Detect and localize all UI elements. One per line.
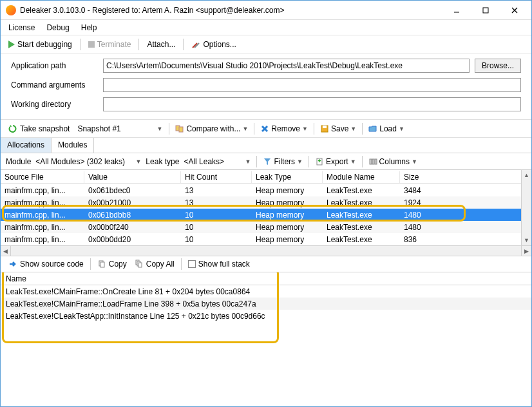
arrow-right-icon — [8, 260, 17, 269]
stack-header: Name — [1, 272, 531, 285]
col-leak-type[interactable]: Leak Type — [252, 171, 323, 183]
table-row[interactable]: mainfrm.cpp, lin...0x00b2100013Heap memo… — [1, 196, 531, 209]
col-source-file[interactable]: Source File — [1, 171, 84, 183]
show-source-button[interactable]: Show source code — [6, 258, 86, 270]
table-row[interactable]: mainfrm.cpp, lin...0x061bdbb810Heap memo… — [1, 209, 531, 221]
snapshot-toolbar: Take snapshot Snapshot #1 ▼ Compare with… — [1, 120, 531, 138]
filter-toolbar: Module <All Modules> (302 leaks)▼ Leak t… — [1, 153, 531, 170]
browse-button[interactable]: Browse... — [475, 59, 521, 73]
filters-button[interactable]: Filters▼ — [261, 156, 305, 167]
target-form: Application path Browse... Command argum… — [1, 53, 531, 120]
separator — [138, 39, 139, 50]
save-icon — [320, 124, 329, 133]
remove-icon — [260, 124, 269, 133]
minimize-button[interactable] — [442, 1, 471, 19]
stack-row[interactable]: LeakTest.exe!CMainFrame::LoadFrame Line … — [1, 298, 531, 310]
table-row[interactable]: mainfrm.cpp, lin...0x061bdec013Heap memo… — [1, 184, 531, 196]
scroll-down-icon[interactable]: ▼ — [522, 235, 531, 245]
stack-pane: Name LeakTest.exe!CMainFrame::OnCreate L… — [1, 272, 531, 406]
svg-rect-20 — [138, 263, 142, 267]
export-button[interactable]: Export▼ — [313, 156, 358, 167]
take-snapshot-button[interactable]: Take snapshot — [6, 123, 72, 135]
vertical-scrollbar[interactable]: ▲ ▼ — [521, 170, 531, 245]
copy-all-button[interactable]: Copy All — [132, 258, 177, 270]
separator — [80, 39, 81, 50]
attach-button[interactable]: Attach... — [144, 39, 178, 50]
stop-icon — [88, 41, 95, 48]
window-title: Deleaker 3.0.103.0 - Registered to: Arte… — [20, 6, 442, 15]
svg-rect-14 — [372, 159, 374, 164]
options-icon — [191, 40, 200, 49]
compare-button[interactable]: Compare with...▼ — [173, 123, 250, 135]
stack-row[interactable]: LeakTest.exe!CMainFrame::OnCreate Line 8… — [1, 285, 531, 298]
copy-all-icon — [135, 260, 144, 269]
chevron-down-icon: ▼ — [157, 126, 162, 132]
close-button[interactable] — [500, 1, 529, 19]
cmd-args-input[interactable] — [103, 78, 521, 92]
app-path-input[interactable] — [103, 59, 470, 73]
copy-button[interactable]: Copy — [95, 258, 129, 270]
col-name[interactable]: Name — [6, 274, 26, 283]
titlebar: Deleaker 3.0.103.0 - Registered to: Arte… — [1, 1, 531, 20]
workdir-input[interactable] — [103, 97, 521, 111]
result-tabs: Allocations Modules — [1, 138, 531, 153]
app-window: Deleaker 3.0.103.0 - Registered to: Arte… — [0, 0, 532, 407]
stack-body: LeakTest.exe!CMainFrame::OnCreate Line 8… — [1, 285, 531, 406]
table-header: Source File Value Hit Count Leak Type Mo… — [1, 170, 531, 184]
compare-icon — [175, 124, 184, 133]
tab-allocations[interactable]: Allocations — [1, 138, 52, 153]
remove-button[interactable]: Remove▼ — [258, 123, 310, 135]
svg-rect-17 — [100, 262, 104, 267]
svg-rect-11 — [323, 126, 327, 128]
col-size[interactable]: Size — [400, 171, 531, 183]
load-icon — [368, 124, 377, 133]
table-row[interactable]: mainfrm.cpp, lin...0x00b0f24010Heap memo… — [1, 221, 531, 233]
snapshot-selector[interactable]: Snapshot #1 ▼ — [75, 123, 165, 135]
cmd-args-label: Command arguments — [11, 80, 98, 90]
export-icon — [315, 157, 324, 166]
refresh-icon — [8, 124, 17, 133]
maximize-button[interactable] — [471, 1, 500, 19]
menu-debug[interactable]: Debug — [46, 23, 69, 32]
app-icon — [6, 5, 16, 15]
stack-row[interactable]: LeakTest.exe!CLeakTestApp::InitInstance … — [1, 310, 531, 322]
svg-rect-15 — [375, 159, 377, 164]
scroll-left-icon[interactable]: ◀ — [1, 246, 11, 256]
table-body: mainfrm.cpp, lin...0x061bdec013Heap memo… — [1, 184, 531, 245]
separator — [183, 39, 184, 50]
leaktype-combo[interactable]: <All Leaks>▼ — [182, 156, 252, 167]
play-icon — [8, 41, 15, 48]
module-label: Module — [6, 157, 31, 166]
show-full-stack-checkbox[interactable]: Show full stack — [185, 258, 252, 270]
checkbox-icon — [188, 260, 196, 268]
load-button[interactable]: Load▼ — [366, 123, 406, 135]
horizontal-scrollbar[interactable]: ◀ ▶ — [1, 245, 531, 256]
leaktype-label: Leak type — [146, 157, 179, 166]
terminate-button[interactable]: Terminate — [86, 39, 134, 50]
app-path-label: Application path — [11, 61, 98, 70]
col-hit-count[interactable]: Hit Count — [181, 171, 252, 183]
module-combo[interactable]: <All Modules> (302 leaks)▼ — [33, 156, 143, 167]
col-module-name[interactable]: Module Name — [323, 171, 400, 183]
tab-modules[interactable]: Modules — [52, 138, 94, 153]
stack-toolbar: Show source code Copy Copy All Show full… — [1, 256, 531, 272]
menu-help[interactable]: Help — [81, 23, 97, 32]
copy-icon — [97, 260, 106, 269]
columns-button[interactable]: Columns▼ — [366, 156, 419, 167]
col-value[interactable]: Value — [84, 171, 181, 183]
debug-toolbar: Start debugging Terminate Attach... Opti… — [1, 35, 531, 53]
options-button[interactable]: Options... — [189, 39, 238, 50]
menubar: License Debug Help — [1, 20, 531, 35]
workdir-label: Working directory — [11, 100, 98, 109]
menu-license[interactable]: License — [8, 23, 35, 32]
filter-icon — [263, 157, 272, 166]
scroll-up-icon[interactable]: ▲ — [522, 170, 531, 180]
scroll-right-icon[interactable]: ▶ — [521, 246, 531, 256]
svg-rect-7 — [179, 127, 183, 132]
svg-rect-13 — [370, 159, 372, 164]
columns-icon — [368, 157, 377, 166]
start-debugging-button[interactable]: Start debugging — [6, 39, 75, 50]
save-button[interactable]: Save▼ — [318, 123, 358, 135]
svg-rect-1 — [483, 8, 488, 13]
table-row[interactable]: mainfrm.cpp, lin...0x00b0dd2010Heap memo… — [1, 233, 531, 245]
